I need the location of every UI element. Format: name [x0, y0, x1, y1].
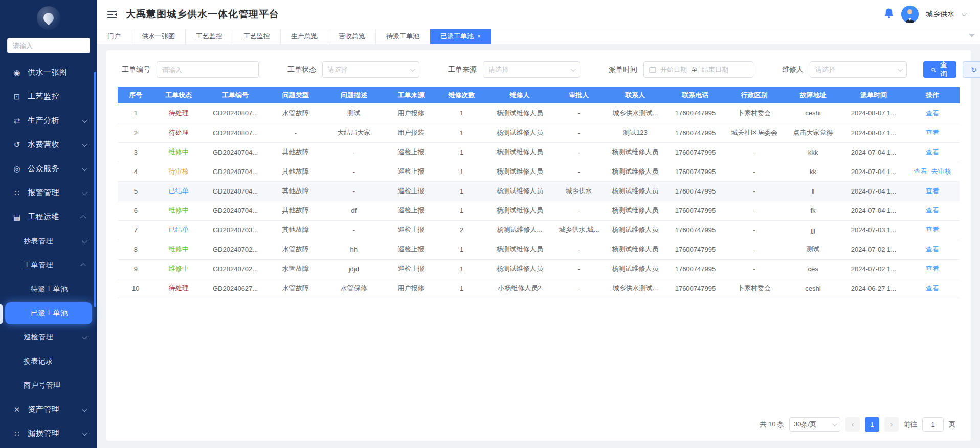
notification-bell-icon[interactable]: [884, 8, 894, 21]
app-root: ◉供水一张图⊡工艺监控⇄生产分析↺水费营收◎公众服务∷报警管理▤工程运维抄表管理…: [0, 0, 980, 448]
cell-fault-address: 测试: [784, 240, 842, 259]
sidebar-item-water-fee-revenue[interactable]: ↺水费营收: [0, 133, 97, 157]
tab-process-monitor-1[interactable]: 工艺监控: [186, 29, 233, 44]
sidebar-item-leakage-management[interactable]: ∷漏损管理: [0, 421, 97, 445]
sidebar-item-dispatched-pool[interactable]: 已派工单池: [5, 302, 92, 324]
tab-revenue-overview[interactable]: 营收总览: [328, 29, 376, 44]
public-icon: ◎: [12, 164, 21, 174]
repairer-placeholder: 请选择: [815, 65, 835, 74]
cell-actions: 查看去审核: [905, 162, 960, 181]
view-link[interactable]: 查看: [926, 129, 939, 136]
repairer-select[interactable]: 请选择: [810, 61, 907, 78]
tab-list-dropdown-icon[interactable]: [969, 34, 975, 37]
tab-process-monitor-2[interactable]: 工艺监控: [233, 29, 281, 44]
sidebar-item-meter-replacement[interactable]: 换表记录: [0, 349, 97, 373]
sidebar-item-inspection-management[interactable]: 巡检管理: [0, 325, 97, 349]
page-size-select[interactable]: 30条/页: [789, 417, 840, 432]
dispatch-time-range-picker[interactable]: 开始日期 至 结束日期: [643, 61, 753, 78]
sidebar-item-public-service[interactable]: ◎公众服务: [0, 157, 97, 181]
view-link[interactable]: 查看: [926, 206, 939, 214]
cell-district: -: [724, 220, 785, 240]
sidebar-item-pending-dispatch-pool[interactable]: 待派工单池: [0, 277, 97, 301]
reset-button[interactable]: ↻ 重置: [963, 61, 980, 78]
cell-seq: 10: [118, 279, 154, 298]
cell-approver: -: [554, 201, 604, 220]
order-source-label: 工单来源: [448, 65, 477, 74]
current-page-button[interactable]: 1: [865, 417, 879, 432]
cell-source: 用户报修: [384, 279, 438, 298]
cell-actions: 查看: [905, 259, 960, 279]
chevron-down-icon: [82, 117, 87, 122]
sidebar-item-production-analysis[interactable]: ⇄生产分析: [0, 109, 97, 133]
chevron-down-icon[interactable]: [962, 11, 967, 16]
asset-icon: ✕: [12, 405, 21, 414]
cell-fault-address: ceshi: [784, 103, 842, 123]
search-button[interactable]: 查询: [923, 61, 956, 78]
cell-issue-type: 其他故障: [267, 142, 324, 162]
chevron-down-icon: [82, 141, 87, 146]
cell-repairer: 杨测试维修人员: [485, 240, 554, 259]
sidebar-item-alarm-management[interactable]: ∷报警管理: [0, 181, 97, 205]
avatar[interactable]: [901, 6, 919, 23]
view-link[interactable]: 查看: [926, 265, 939, 272]
tab-label: 生产总览: [291, 32, 318, 41]
go-review-link[interactable]: 去审核: [931, 167, 951, 175]
cell-phone: 17600747995: [666, 162, 724, 181]
cell-dispatch-time: 2024-07-04 1...: [842, 142, 905, 162]
prev-page-button[interactable]: ‹: [845, 417, 860, 432]
view-link[interactable]: 查看: [926, 284, 939, 292]
column-header: 联系电话: [666, 87, 724, 103]
tab-label: 门户: [107, 32, 121, 41]
sidebar-item-engineering-ops[interactable]: ▤工程运维: [0, 205, 97, 229]
goto-page-input[interactable]: [922, 417, 944, 432]
cell-dispatch-time: 2024-08-07 1...: [842, 123, 905, 142]
sidebar-item-merchant-management[interactable]: 商户号管理: [0, 373, 97, 397]
tab-dispatched-pool[interactable]: 已派工单池×: [430, 29, 491, 44]
tab-portal[interactable]: 门户: [97, 29, 131, 44]
cell-phone: 17600747995: [666, 123, 724, 142]
view-link[interactable]: 查看: [926, 226, 939, 233]
close-tab-icon[interactable]: ×: [477, 33, 481, 39]
view-link[interactable]: 查看: [926, 109, 939, 117]
view-link[interactable]: 查看: [914, 167, 927, 175]
collapse-sidebar-icon[interactable]: [107, 11, 117, 18]
sidebar-item-supply-map[interactable]: ◉供水一张图: [0, 60, 97, 84]
tab-supply-map[interactable]: 供水一张图: [131, 29, 186, 44]
sidebar-item-work-order[interactable]: 工单管理: [0, 253, 97, 277]
user-name[interactable]: 城乡供水: [926, 10, 954, 19]
view-link[interactable]: 查看: [926, 245, 939, 253]
sidebar-item-asset-management[interactable]: ✕资产管理: [0, 397, 97, 421]
sidebar-scrollbar[interactable]: [94, 72, 96, 307]
cell-issue-type: 水管故障: [267, 279, 324, 298]
sidebar-item-label: 换表记录: [24, 357, 97, 366]
cell-seq: 4: [118, 162, 154, 181]
cell-contact: 杨测试维修人员: [604, 142, 667, 162]
view-link[interactable]: 查看: [926, 187, 939, 195]
tab-production-overview[interactable]: 生产总览: [281, 29, 328, 44]
goto-label: 前往: [904, 420, 917, 429]
sidebar-item-process-monitor[interactable]: ⊡工艺监控: [0, 84, 97, 109]
sidebar-item-label: 待派工单池: [31, 285, 97, 294]
cell-repair-count: 1: [438, 279, 485, 298]
cell-repair-count: 1: [438, 103, 485, 123]
cell-contact: 杨测试维修人员: [604, 259, 667, 279]
table-row: 4待审核GD20240704...其他故障-巡检上报1杨测试维修人员-杨测试维修…: [118, 162, 960, 181]
tab-label: 营收总览: [339, 32, 365, 41]
cell-issue-desc: 水管保修: [324, 279, 384, 298]
sidebar-item-meter-reading[interactable]: 抄表管理: [0, 229, 97, 253]
sidebar-search-input[interactable]: [7, 38, 90, 53]
cell-issue-desc: jdjd: [324, 259, 384, 279]
order-status-select[interactable]: 请选择: [322, 61, 419, 78]
cell-seq: 2: [118, 123, 154, 142]
order-no-input[interactable]: [157, 61, 259, 78]
cell-dispatch-time: 2024-07-04 1...: [842, 201, 905, 220]
cell-status: 待处理: [154, 103, 204, 123]
order-source-select[interactable]: 请选择: [483, 61, 580, 78]
order-status-label: 工单状态: [287, 65, 316, 74]
view-link[interactable]: 查看: [926, 148, 939, 156]
order-source-placeholder: 请选择: [488, 65, 508, 74]
table-row: 2待处理GD20240807...-大结局大家用户报装1杨测试维修人员-测试12…: [118, 123, 960, 142]
tab-pending-dispatch-pool[interactable]: 待派工单池: [376, 29, 430, 44]
next-page-button[interactable]: ›: [884, 417, 899, 432]
cell-status: 已结单: [154, 181, 204, 201]
